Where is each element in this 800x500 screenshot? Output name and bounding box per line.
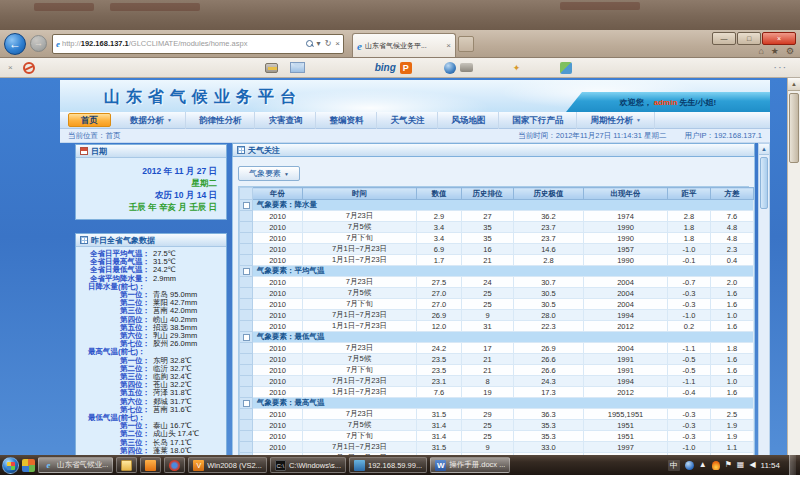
cell: 7月5候 [303, 222, 417, 233]
p-badge-icon[interactable]: P [400, 62, 412, 74]
cell: 7月1日~7月23日 [303, 244, 417, 255]
browser-scrollbar[interactable]: ▲ [787, 78, 800, 455]
tray-expand-icon[interactable]: ▲ [699, 460, 707, 470]
wallet-icon[interactable] [265, 63, 278, 73]
browser-scroll-up-icon[interactable]: ▲ [788, 78, 800, 91]
mail-icon[interactable] [290, 62, 305, 73]
addon-puzzle-icon[interactable] [560, 62, 572, 74]
bing-logo[interactable]: bing [375, 62, 396, 73]
date-line: 星期二 [76, 177, 217, 189]
taskbar-button[interactable]: VWin2008 (VS2... [188, 457, 267, 473]
blocked-icon[interactable] [23, 62, 35, 74]
taskbar-button[interactable]: C:\C:\Windows\s... [270, 457, 346, 473]
action-center-flag-icon[interactable]: ⚑ [725, 460, 732, 470]
stop-icon[interactable]: × [335, 39, 340, 48]
row-checkbox-cell [240, 233, 253, 244]
cell: 27 [462, 211, 514, 222]
nav-item-1[interactable]: 首页 [68, 113, 111, 127]
address-bar[interactable]: e http://192.168.137.1/GLCCLIMATE/module… [52, 34, 344, 54]
browser-tab[interactable]: e 山东省气候业务平... × [352, 33, 456, 57]
maximize-button[interactable]: □ [737, 32, 761, 45]
taskbar-button[interactable]: 192.168.59.99... [349, 457, 427, 473]
tools-gear-icon[interactable]: ⚙ [786, 46, 794, 56]
welcome-ribbon: 欢迎您，admin 先生/小姐! [566, 92, 770, 112]
ime-indicator[interactable]: 中 [668, 460, 680, 471]
taskbar-button[interactable] [140, 457, 161, 473]
favorites-star-icon[interactable]: ★ [771, 46, 779, 56]
taskbar-clock[interactable]: 11:54 [761, 461, 780, 470]
new-tab-button[interactable] [458, 36, 474, 52]
cell: -0.1 [668, 255, 711, 266]
minimize-button[interactable]: — [712, 32, 736, 45]
weather-line: 第三位：莒南 42.0mm [76, 307, 224, 315]
dropdown-icon[interactable]: ▾ [317, 39, 321, 48]
back-button[interactable]: ← [4, 33, 26, 55]
more-options-icon[interactable]: ··· [774, 63, 788, 72]
nav-item-6[interactable]: 天气关注 [377, 112, 438, 129]
table-row: 20107月5候3.43523.719901.84.8 [240, 222, 754, 233]
row-checkbox-cell [240, 222, 253, 233]
cell: 7月1日~7月23日 [303, 442, 417, 453]
nav-item-3[interactable]: 韵律性分析 [186, 112, 256, 129]
scroll-up-icon[interactable]: ▲ [759, 144, 769, 155]
cell: 1.6 [711, 365, 754, 376]
windows-taskbar: e山东省气候业...VWin2008 (VS2...C:\C:\Windows\… [0, 455, 800, 475]
element-filter-button[interactable]: 气象要素 ▼ [238, 166, 300, 181]
forward-button[interactable]: → [30, 35, 47, 52]
checkbox[interactable] [243, 202, 250, 209]
content-area: 日期 2012 年 11 月 27 日星期二农历 10 月 14 日壬辰 年 辛… [60, 143, 770, 475]
checkbox[interactable] [243, 334, 250, 341]
cell: 29 [462, 409, 514, 420]
nav-item-7[interactable]: 风场地图 [438, 112, 499, 129]
content-scrollbar[interactable]: ▲ [758, 143, 770, 475]
speaker-icon[interactable]: ◀ [749, 460, 755, 470]
start-button[interactable] [2, 457, 19, 474]
content-scroll-thumb[interactable] [760, 157, 768, 209]
cell: 27.0 [417, 299, 462, 310]
cell: 1957 [584, 244, 668, 255]
network-icon[interactable]: ▦ [737, 460, 745, 470]
globe-icon[interactable] [444, 62, 456, 74]
checkbox[interactable] [243, 400, 250, 407]
search-icon[interactable] [306, 40, 313, 47]
cell: 2012 [584, 387, 668, 398]
browser-scroll-thumb[interactable] [789, 93, 799, 163]
group-checkbox-cell [240, 332, 253, 343]
nav-item-9[interactable]: 周期性分析▼ [577, 112, 654, 129]
camera-icon[interactable] [460, 63, 473, 72]
cell: 7月5候 [303, 288, 417, 299]
toolbar-close-icon[interactable]: × [8, 63, 13, 72]
sparkle-icon[interactable]: ✦ [513, 63, 521, 73]
nav-item-8[interactable]: 国家下行产品 [499, 112, 577, 129]
taskbar-button[interactable]: W操作手册.docx ... [430, 457, 510, 473]
refresh-icon[interactable]: ↻ [325, 39, 332, 48]
ie-tab-icon: e [357, 41, 362, 51]
tray-flame-icon[interactable] [712, 461, 720, 470]
cell: 1.0 [711, 310, 754, 321]
cell: 31.4 [417, 420, 462, 431]
cmd-icon: C:\ [275, 460, 286, 471]
cell: 2004 [584, 299, 668, 310]
row-checkbox-cell [240, 442, 253, 453]
column-header: 距平 [668, 188, 711, 200]
chevron-down-icon: ▼ [636, 112, 641, 129]
taskbar-button[interactable]: e山东省气候业... [38, 457, 113, 473]
cell: 26.6 [514, 354, 584, 365]
taskbar-button[interactable] [164, 457, 185, 473]
cell: 1月1日~7月23日 [303, 321, 417, 332]
tab-close-icon[interactable]: × [446, 41, 451, 50]
nav-item-5[interactable]: 整编资料 [316, 112, 377, 129]
column-header: 数值 [417, 188, 462, 200]
ie-icon: e [43, 460, 54, 471]
taskbar-button[interactable] [116, 457, 137, 473]
tray-app-icon[interactable] [685, 461, 694, 470]
show-desktop-button[interactable] [789, 455, 796, 475]
checkbox[interactable] [243, 268, 250, 275]
nav-item-4[interactable]: 灾害查询 [255, 112, 316, 129]
close-button[interactable]: × [762, 32, 796, 45]
pinned-app-icon[interactable] [22, 459, 35, 472]
table-row: 20107月下旬27.02530.52004-0.31.6 [240, 299, 754, 310]
cell: -0.3 [668, 299, 711, 310]
nav-item-2[interactable]: 数据分析▼ [117, 112, 186, 129]
home-icon[interactable]: ⌂ [758, 46, 763, 56]
